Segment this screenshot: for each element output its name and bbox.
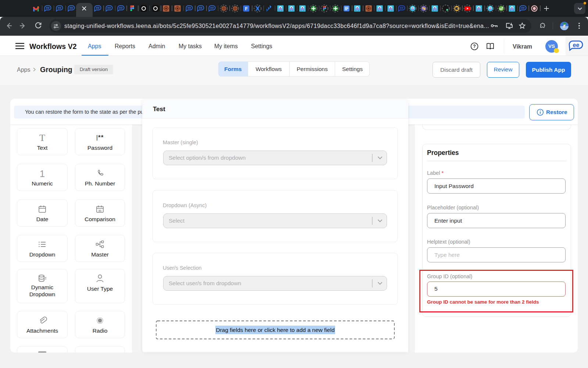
svg-text:ee: ee — [573, 42, 580, 48]
svg-text:ee: ee — [199, 6, 202, 10]
svg-text:ee: ee — [400, 6, 404, 10]
svg-text:ee: ee — [58, 6, 61, 10]
svg-text:ee: ee — [119, 6, 123, 10]
svg-text:ee: ee — [187, 6, 191, 10]
svg-text:31: 31 — [98, 209, 101, 212]
svg-text:F: F — [245, 6, 248, 11]
svg-text:ee: ee — [69, 6, 73, 10]
svg-text:?: ? — [473, 44, 476, 49]
svg-text:ee: ee — [210, 6, 214, 10]
svg-text:ee: ee — [521, 6, 525, 10]
svg-text:ee: ee — [96, 6, 100, 10]
svg-text:ee: ee — [46, 6, 50, 10]
svg-text:ee: ee — [107, 6, 111, 10]
